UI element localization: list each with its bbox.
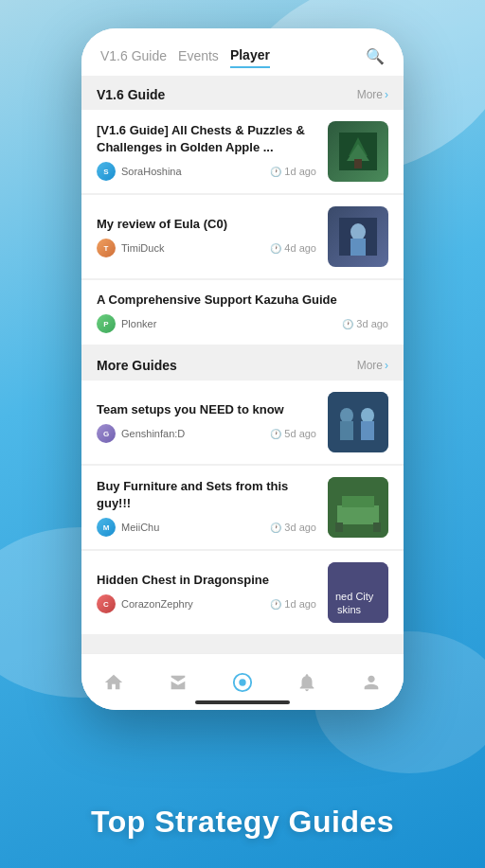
community-icon xyxy=(231,671,254,694)
svg-rect-6 xyxy=(350,239,366,256)
time-3: 3d ago xyxy=(356,318,388,329)
card-meta-4: G Genshinfan:D 🕐 5d ago xyxy=(97,424,316,443)
section-header-more: More Guides More › xyxy=(81,346,404,381)
card-item-4[interactable]: Team setups you NEED to know G Genshinfa… xyxy=(81,381,404,464)
home-icon xyxy=(102,671,125,694)
svg-text:ned City: ned City xyxy=(335,591,374,602)
nav-home[interactable] xyxy=(95,664,133,701)
card-content-4: Team setups you NEED to know G Genshinfa… xyxy=(97,401,316,443)
content-area: V1.6 Guide More › [V1.6 Guide] All Chest… xyxy=(81,76,404,653)
time-5: 3d ago xyxy=(284,522,316,533)
time-6: 1d ago xyxy=(284,598,316,610)
nav-events[interactable]: Events xyxy=(178,44,219,67)
svg-point-10 xyxy=(361,408,374,423)
svg-rect-15 xyxy=(335,523,343,532)
nav-notifications[interactable] xyxy=(288,664,326,701)
card-meta-1: S SoraHoshina 🕐 1d ago xyxy=(97,162,316,181)
nav-profile[interactable] xyxy=(352,664,390,701)
clock-icon-4: 🕐 xyxy=(270,429,281,439)
time-info-6: 🕐 1d ago xyxy=(270,598,316,610)
profile-icon xyxy=(360,671,383,694)
svg-point-5 xyxy=(350,223,366,240)
nav-recommended[interactable]: V1.6 Guide xyxy=(100,44,167,67)
bottom-banner-text: Top Strategy Guides xyxy=(0,805,485,840)
clock-icon-6: 🕐 xyxy=(270,599,281,610)
clock-icon-1: 🕐 xyxy=(270,167,281,177)
author-1: SoraHoshina xyxy=(121,166,182,177)
svg-point-8 xyxy=(340,408,353,423)
chevron-icon: › xyxy=(385,88,388,101)
author-4: Genshinfan:D xyxy=(121,428,185,439)
bottom-banner: Top Strategy Guides xyxy=(0,805,485,840)
thumbnail-2 xyxy=(328,206,388,267)
avatar-5: M xyxy=(97,518,116,537)
thumbnail-4 xyxy=(328,392,388,452)
svg-rect-13 xyxy=(337,505,379,524)
svg-rect-11 xyxy=(361,421,374,440)
svg-rect-9 xyxy=(340,421,353,440)
svg-rect-16 xyxy=(373,523,381,532)
section-more-more[interactable]: More › xyxy=(357,359,388,372)
card-content-5: Buy Furniture and Sets from this guy!!! … xyxy=(97,478,316,537)
thumbnail-1 xyxy=(328,121,388,182)
author-6: CorazonZephry xyxy=(121,598,193,610)
time-info-2: 🕐 4d ago xyxy=(270,242,316,254)
avatar-2: T xyxy=(97,239,116,257)
card-content-6: Hidden Chest in Dragonspine C CorazonZep… xyxy=(97,572,316,613)
card-item-1[interactable]: [V1.6 Guide] All Chests & Puzzles & Chal… xyxy=(81,110,404,193)
avatar-6: C xyxy=(97,594,116,613)
thumbnail-6: ned Cityskins xyxy=(328,562,388,623)
time-info-4: 🕐 5d ago xyxy=(270,428,316,439)
card-content-2: My review of Eula (C0) T TimiDuck 🕐 4d a… xyxy=(97,216,316,257)
section-more-v16[interactable]: More › xyxy=(357,88,388,101)
time-info-3: 🕐 3d ago xyxy=(342,318,388,329)
nav-community[interactable] xyxy=(224,664,261,701)
card-meta-3: P Plonker 🕐 3d ago xyxy=(97,314,388,333)
phone-mockup: V1.6 Guide Events Player 🔍 V1.6 Guide Mo… xyxy=(81,28,404,710)
card-title-5: Buy Furniture and Sets from this guy!!! xyxy=(97,478,316,512)
card-content-1: [V1.6 Guide] All Chests & Puzzles & Chal… xyxy=(97,122,316,181)
section-header-v16: V1.6 Guide More › xyxy=(81,76,404,110)
card-title-1: [V1.6 Guide] All Chests & Puzzles & Chal… xyxy=(97,122,316,156)
svg-rect-14 xyxy=(342,496,374,507)
card-item-3[interactable]: A Comprehensive Support Kazuha Guide P P… xyxy=(81,280,404,345)
avatar-4: G xyxy=(97,424,116,443)
clock-icon-3: 🕐 xyxy=(342,319,353,329)
author-2: TimiDuck xyxy=(121,242,164,254)
clock-icon-2: 🕐 xyxy=(270,243,281,254)
home-indicator xyxy=(195,700,290,704)
section-title-v16: V1.6 Guide xyxy=(97,87,165,102)
time-4: 5d ago xyxy=(284,428,316,439)
card-meta-5: M MeiiChu 🕐 3d ago xyxy=(97,518,316,537)
clock-icon-5: 🕐 xyxy=(270,523,281,533)
thumbnail-5 xyxy=(328,477,388,538)
card-title-6: Hidden Chest in Dragonspine xyxy=(97,572,316,589)
svg-rect-3 xyxy=(354,159,362,168)
search-button[interactable]: 🔍 xyxy=(366,47,385,65)
time-info-1: 🕐 1d ago xyxy=(270,166,316,177)
avatar-3: P xyxy=(97,314,116,333)
time-info-5: 🕐 3d ago xyxy=(270,522,316,533)
nav-bar: V1.6 Guide Events Player 🔍 xyxy=(81,28,404,76)
card-title-3: A Comprehensive Support Kazuha Guide xyxy=(97,292,388,309)
nav-player[interactable]: Player xyxy=(230,44,270,68)
author-5: MeiiChu xyxy=(121,522,159,533)
time-1: 1d ago xyxy=(284,166,316,177)
card-item-6[interactable]: Hidden Chest in Dragonspine C CorazonZep… xyxy=(81,551,404,634)
svg-text:skins: skins xyxy=(337,604,362,615)
card-item-2[interactable]: My review of Eula (C0) T TimiDuck 🕐 4d a… xyxy=(81,195,404,278)
section-title-more: More Guides xyxy=(97,358,177,373)
bell-icon xyxy=(296,671,318,694)
card-title-2: My review of Eula (C0) xyxy=(97,216,316,233)
card-item-5[interactable]: Buy Furniture and Sets from this guy!!! … xyxy=(81,466,404,549)
svg-point-21 xyxy=(239,679,245,685)
time-2: 4d ago xyxy=(284,242,316,254)
avatar-1: S xyxy=(97,162,116,181)
card-meta-2: T TimiDuck 🕐 4d ago xyxy=(97,239,316,257)
card-meta-6: C CorazonZephry 🕐 1d ago xyxy=(97,594,316,613)
author-3: Plonker xyxy=(121,318,156,329)
nav-store[interactable] xyxy=(159,664,197,701)
svg-rect-7 xyxy=(328,392,388,452)
card-title-4: Team setups you NEED to know xyxy=(97,401,316,418)
store-icon xyxy=(167,671,189,694)
